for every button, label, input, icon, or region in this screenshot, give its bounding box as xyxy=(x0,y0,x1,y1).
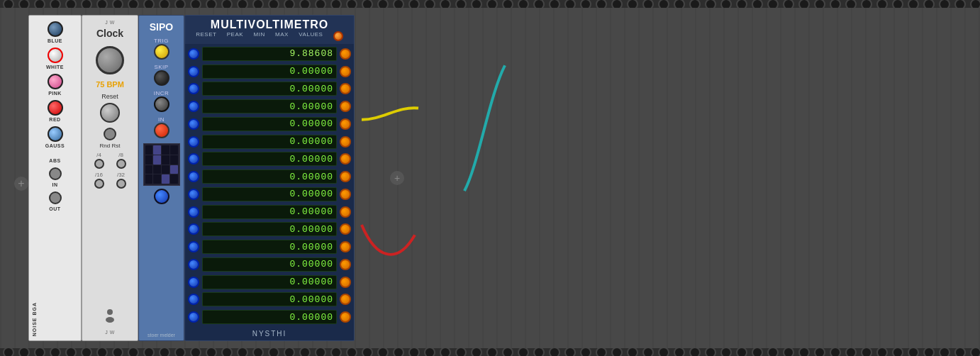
perf-top-42 xyxy=(658,0,669,8)
row-3-jack-right[interactable] xyxy=(340,101,351,112)
multi-header: MULTIVOLTIMETRO RESET PEAK MIN MAX VALUE… xyxy=(185,16,354,44)
row-8-jack-left[interactable] xyxy=(188,189,199,200)
divider-8-jack[interactable] xyxy=(116,159,126,169)
trig-jack[interactable] xyxy=(154,44,169,60)
row-13-jack-left[interactable] xyxy=(188,277,199,288)
rndrst-label: Rnd Rst xyxy=(100,143,121,149)
row-9-jack-right[interactable] xyxy=(340,206,351,218)
perf-top-30 xyxy=(471,0,482,8)
perf-top-25 xyxy=(393,0,404,8)
row-8-display: 0.00000 xyxy=(202,187,337,201)
perf-bottom-61 xyxy=(954,348,966,356)
divider-32-jack[interactable] xyxy=(116,179,126,189)
in-section: IN xyxy=(49,167,62,187)
perf-bottom-55 xyxy=(861,348,872,356)
perf-bottom-20 xyxy=(315,348,326,356)
subtitle-max[interactable]: MAX xyxy=(275,31,289,41)
row-1-jack-right[interactable] xyxy=(340,66,351,77)
sipo-output-jack[interactable] xyxy=(154,189,169,204)
row-9-jack-left[interactable] xyxy=(188,206,199,218)
row-15-jack-right[interactable] xyxy=(340,311,351,323)
cell-7 xyxy=(170,155,178,165)
blue-knob[interactable] xyxy=(48,21,63,37)
divider-4-jack[interactable] xyxy=(94,159,104,169)
add-module-left-button[interactable]: + xyxy=(14,177,28,191)
row-14-jack-right[interactable] xyxy=(340,294,351,305)
row-0-display: 9.88608 xyxy=(202,47,337,61)
row-1-jack-left[interactable] xyxy=(188,66,199,77)
perf-bottom-46 xyxy=(720,348,732,356)
row-15-jack-left[interactable] xyxy=(188,311,199,323)
subtitle-min[interactable]: MIN xyxy=(254,31,265,41)
rndrst-jack[interactable] xyxy=(104,128,116,140)
row-5-jack-left[interactable] xyxy=(188,136,199,148)
out-jack[interactable] xyxy=(49,191,62,204)
clock-title: Clock xyxy=(96,28,123,39)
row-10-jack-right[interactable] xyxy=(340,223,351,235)
row-0-jack-right[interactable] xyxy=(340,48,351,60)
row-7-jack-left[interactable] xyxy=(188,171,199,182)
add-module-right-button[interactable]: + xyxy=(390,171,404,185)
top-rail xyxy=(0,0,980,8)
row-11-jack-right[interactable] xyxy=(340,241,351,252)
multi-header-jack[interactable] xyxy=(333,31,343,41)
perf-top-16 xyxy=(252,0,264,8)
row-6-jack-left[interactable] xyxy=(188,153,199,165)
jw-badge: J W xyxy=(105,20,115,25)
row-6-jack-right[interactable] xyxy=(340,153,351,165)
row-10-jack-left[interactable] xyxy=(188,223,199,235)
pink-label: PINK xyxy=(48,91,62,96)
row-11-jack-left[interactable] xyxy=(188,241,199,252)
row-4-jack-right[interactable] xyxy=(340,118,351,130)
perf-top-5 xyxy=(81,0,92,8)
multi-row-4: 0.00000 xyxy=(188,116,351,133)
in-jack[interactable] xyxy=(154,123,169,138)
perf-bottom-15 xyxy=(237,348,248,356)
multi-row-12: 0.00000 xyxy=(188,256,351,273)
gauss-knob[interactable] xyxy=(48,126,63,142)
skip-jack[interactable] xyxy=(154,70,169,86)
row-13-jack-right[interactable] xyxy=(340,277,351,288)
cell-4 xyxy=(145,155,153,165)
pink-knob[interactable] xyxy=(48,74,63,89)
incr-knob[interactable] xyxy=(154,96,169,112)
perf-bottom-32 xyxy=(502,348,513,356)
perf-bottom-23 xyxy=(362,348,373,356)
in-jack[interactable] xyxy=(49,167,62,180)
row-8-jack-right[interactable] xyxy=(340,189,351,200)
row-14-jack-left[interactable] xyxy=(188,294,199,305)
clock-bpm-knob[interactable] xyxy=(96,46,124,74)
divider-16-jack[interactable] xyxy=(94,179,104,189)
row-2-jack-left[interactable] xyxy=(188,83,199,94)
white-label: WHITE xyxy=(46,65,64,69)
perf-bottom-48 xyxy=(752,348,763,356)
perf-top-2 xyxy=(34,0,45,8)
perf-top-61 xyxy=(954,0,966,8)
reset-knob[interactable] xyxy=(100,103,120,123)
row-5-jack-right[interactable] xyxy=(340,136,351,148)
row-6-display: 0.00000 xyxy=(202,152,337,166)
row-12-jack-right[interactable] xyxy=(340,259,351,270)
subtitle-reset[interactable]: RESET xyxy=(196,31,216,41)
row-4-jack-left[interactable] xyxy=(188,118,199,130)
row-12-jack-left[interactable] xyxy=(188,259,199,270)
perf-top-10 xyxy=(159,0,170,8)
svg-point-0 xyxy=(107,309,113,315)
perf-top-34 xyxy=(533,0,545,8)
subtitle-peak[interactable]: PEAK xyxy=(227,31,243,41)
row-2-jack-right[interactable] xyxy=(340,83,351,94)
reset-label: Reset xyxy=(101,93,118,100)
white-knob[interactable] xyxy=(48,48,63,63)
row-3-jack-left[interactable] xyxy=(188,101,199,112)
perf-bottom-47 xyxy=(736,348,747,356)
plus-icon-right: + xyxy=(394,172,400,184)
multi-subtitle: RESET PEAK MIN MAX VALUES xyxy=(191,31,348,41)
row-7-jack-right[interactable] xyxy=(340,171,351,182)
perf-bottom-62 xyxy=(970,348,980,356)
perf-top-51 xyxy=(798,0,810,8)
clock-dividers: /4 /8 /16 /32 xyxy=(85,149,135,191)
cell-14 xyxy=(162,174,169,184)
red-knob[interactable] xyxy=(48,100,63,116)
sipo-module: SIPO TRIG SKIP INCR IN xyxy=(138,15,184,341)
row-0-jack-left[interactable] xyxy=(188,48,199,60)
